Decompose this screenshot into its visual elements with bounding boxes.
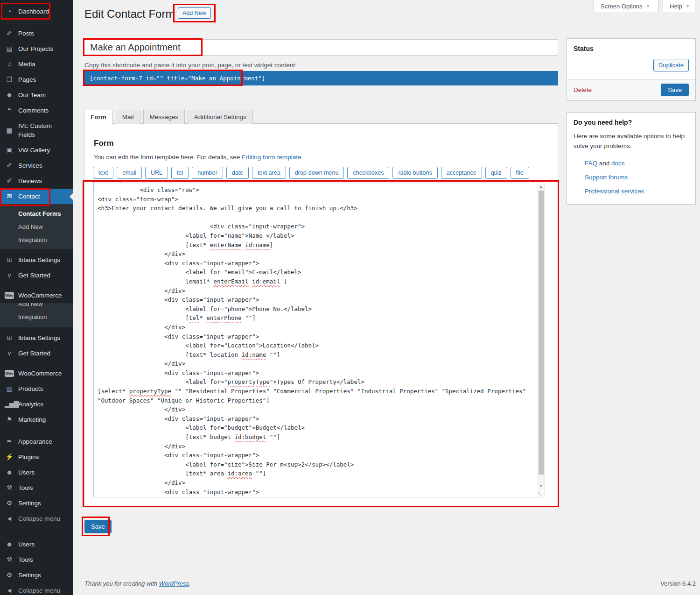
form-template-editor-code[interactable]: <div class="row"> <div class="form-wrap"… bbox=[94, 183, 538, 497]
sidebar-item-tools-2[interactable]: ⚒ Tools bbox=[0, 552, 73, 567]
tag-button-quiz[interactable]: quiz bbox=[485, 167, 507, 179]
sidebar-label: Collapse menu bbox=[18, 514, 60, 523]
docs-link[interactable]: docs bbox=[611, 160, 625, 167]
pin-icon: ✐ bbox=[5, 177, 14, 185]
sidebar-item-appearance[interactable]: ✒ Appearance bbox=[0, 434, 73, 449]
sidebar-label: WooCommerce bbox=[18, 369, 62, 378]
resize-grip[interactable] bbox=[538, 490, 544, 496]
woocommerce-icon: Woo bbox=[5, 292, 14, 299]
sidebar-item-media[interactable]: ♫ Media bbox=[0, 57, 73, 72]
sidebar-label: Products bbox=[18, 384, 43, 393]
people-icon: ☻ bbox=[5, 91, 14, 99]
add-new-button[interactable]: Add New bbox=[178, 7, 211, 19]
sidebar-item-our-projects[interactable]: ▤ Our Projects bbox=[0, 41, 73, 57]
sidebar-item-users[interactable]: ☻ Users bbox=[0, 465, 73, 480]
form-template-editor[interactable]: <div class="row"> <div class="form-wrap"… bbox=[93, 183, 545, 497]
sidebar-label: Analytics bbox=[18, 400, 43, 409]
gallery-icon: ▣ bbox=[5, 146, 14, 154]
sidebar-item-woocommerce-2[interactable]: Woo WooCommerce bbox=[0, 366, 73, 381]
form-title-input[interactable] bbox=[84, 39, 558, 56]
tag-button-text-area[interactable]: text area bbox=[252, 167, 286, 179]
submenu-item-contact-forms[interactable]: Contact Forms bbox=[0, 207, 73, 220]
products-icon: ▥ bbox=[5, 385, 14, 393]
sidebar-label: Ibtana Settings bbox=[18, 333, 60, 342]
editing-form-template-link[interactable]: Editing form template bbox=[242, 154, 301, 161]
submenu-item-add-new-clipped[interactable]: Add New bbox=[0, 303, 73, 311]
woocommerce-icon: Woo bbox=[5, 370, 14, 377]
screen-options-button[interactable]: Screen Options ▼ bbox=[594, 0, 658, 13]
sidebar-item-reviews[interactable]: ✐ Reviews bbox=[0, 173, 73, 189]
faq-link[interactable]: FAQ bbox=[585, 160, 597, 167]
tag-button-acceptance[interactable]: acceptance bbox=[441, 167, 482, 179]
sidebar-item-tools[interactable]: ⚒ Tools bbox=[0, 480, 73, 496]
sidebar-item-collapse-menu-2[interactable]: ◄ Collapse menu bbox=[0, 583, 73, 595]
tag-button-file[interactable]: file bbox=[511, 167, 529, 179]
sidebar-item-users-2[interactable]: ☻ Users bbox=[0, 537, 73, 552]
help-label: Help bbox=[670, 3, 682, 10]
tab-form[interactable]: Form bbox=[84, 110, 113, 125]
sidebar-label: VW Gallery bbox=[18, 146, 50, 155]
sidebar-item-settings[interactable]: ⚙ Settings bbox=[0, 496, 73, 511]
scroll-down-icon[interactable]: ▼ bbox=[538, 483, 544, 489]
sidebar-item-dashboard[interactable]: ◔ Dashboard bbox=[0, 4, 73, 19]
brush-icon: ✒ bbox=[5, 438, 14, 446]
sidebar-item-ibtana-settings[interactable]: ⊞ Ibtana Settings bbox=[0, 252, 73, 268]
sidebar-item-plugins[interactable]: ⚡ Plugins bbox=[0, 449, 73, 465]
sidebar-item-analytics[interactable]: ▂▅▇ Analytics bbox=[0, 397, 73, 412]
tag-button-checkboxes[interactable]: checkboxes bbox=[347, 167, 389, 179]
shortcode-value[interactable]: [contact-form-7 id="" title="Make an App… bbox=[84, 71, 558, 85]
sidebar-item-our-team[interactable]: ☻ Our Team bbox=[0, 87, 73, 103]
editor-scrollbar[interactable]: ▲ ▼ bbox=[538, 184, 544, 489]
duplicate-button[interactable]: Duplicate bbox=[653, 59, 689, 71]
tag-button-radio-buttons[interactable]: radio buttons bbox=[392, 167, 437, 179]
sidebar-item-pages[interactable]: ❐ Pages bbox=[0, 72, 73, 87]
ibtana-icon: ⊞ bbox=[5, 256, 14, 264]
sidebar-label: Comments bbox=[18, 106, 49, 115]
help-box-title: Do you need help? bbox=[567, 113, 695, 131]
sidebar-label: Collapse menu bbox=[18, 586, 60, 595]
sidebar-item-vw-gallery[interactable]: ▣ VW Gallery bbox=[0, 142, 73, 158]
delete-link[interactable]: Delete bbox=[574, 86, 592, 93]
sidebar-item-contact[interactable]: ✉ Contact bbox=[0, 189, 73, 204]
tag-button-text[interactable]: text bbox=[93, 167, 113, 179]
submenu-item-integration[interactable]: Integration bbox=[0, 311, 73, 324]
scrollbar-thumb[interactable] bbox=[539, 191, 544, 475]
tab-messages[interactable]: Messages bbox=[143, 110, 185, 124]
help-metabox: Do you need help? Here are some availabl… bbox=[567, 112, 696, 205]
sidebar-item-ibtana-settings-2[interactable]: ⊞ Ibtana Settings bbox=[0, 330, 73, 346]
sidebar-item-products[interactable]: ▥ Products bbox=[0, 381, 73, 397]
scroll-up-icon[interactable]: ▲ bbox=[538, 184, 544, 190]
sidebar-item-ive-custom-fields[interactable]: ▦ IVE Custom Fields bbox=[0, 118, 73, 142]
sidebar-item-services[interactable]: ✐ Services bbox=[0, 158, 73, 173]
sidebar-item-woocommerce[interactable]: Woo WooCommerce bbox=[0, 288, 73, 303]
tag-button-email[interactable]: email bbox=[117, 167, 142, 179]
sidebar-label: Get Started bbox=[18, 349, 50, 358]
sidebar-item-settings-2[interactable]: ⚙ Settings bbox=[0, 567, 73, 583]
sidebar-item-posts[interactable]: ✐ Posts bbox=[0, 26, 73, 41]
wordpress-link[interactable]: WordPress bbox=[159, 580, 189, 587]
pin-icon: ✐ bbox=[5, 162, 14, 170]
tag-button-tel[interactable]: tel bbox=[171, 167, 189, 179]
tag-button-drop-down-menu[interactable]: drop-down menu bbox=[289, 167, 344, 179]
sidebar-label: Tools bbox=[18, 483, 33, 492]
support-forums-link[interactable]: Support forums bbox=[585, 174, 695, 181]
sidebar-item-marketing[interactable]: ⚑ Marketing bbox=[0, 412, 73, 427]
tab-mail[interactable]: Mail bbox=[116, 110, 140, 124]
submenu-item-integration[interactable]: Integration bbox=[0, 234, 73, 247]
envelope-icon: ✉ bbox=[5, 192, 14, 200]
sidebar-item-comments[interactable]: ❝ Comments bbox=[0, 103, 73, 118]
sidebar-item-collapse-menu[interactable]: ◄ Collapse menu bbox=[0, 511, 73, 526]
sidebar-label: Our Team bbox=[18, 91, 46, 99]
tag-button-number[interactable]: number bbox=[192, 167, 223, 179]
professional-services-link[interactable]: Professional services bbox=[585, 188, 695, 195]
tag-button-url[interactable]: URL bbox=[145, 167, 168, 179]
status-save-button[interactable]: Save bbox=[661, 84, 689, 96]
submenu-item-add-new[interactable]: Add New bbox=[0, 220, 73, 234]
help-button[interactable]: Help ▼ bbox=[663, 0, 695, 13]
sidebar-item-get-started[interactable]: ∨ Get Started bbox=[0, 268, 73, 283]
tag-button-date[interactable]: date bbox=[226, 167, 249, 179]
save-button[interactable]: Save bbox=[84, 520, 112, 533]
sidebar-item-get-started-2[interactable]: ∨ Get Started bbox=[0, 346, 73, 361]
tab-additional-settings[interactable]: Additional Settings bbox=[188, 110, 253, 124]
sidebar-label: Marketing bbox=[18, 415, 46, 424]
